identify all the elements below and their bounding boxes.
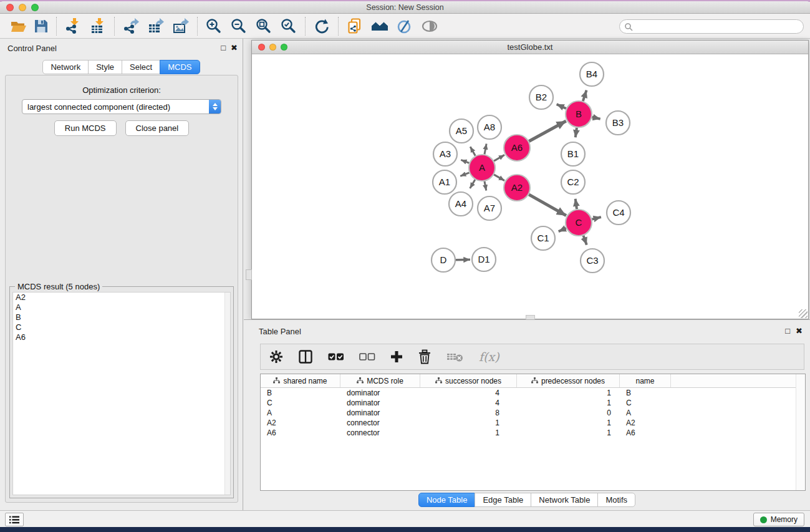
column-header-MCDS-role[interactable]: MCDS role — [340, 374, 420, 387]
mcds-result-list[interactable]: A2ABCA6 — [12, 292, 231, 495]
graph-node-A2[interactable]: A2 — [504, 175, 530, 201]
cell-successor-nodes[interactable]: 1 — [420, 428, 517, 437]
function-builder-icon[interactable]: f(x) — [479, 349, 499, 365]
annotation-mode-icon[interactable] — [392, 16, 417, 36]
column-header-shared-name[interactable]: shared name — [261, 374, 340, 387]
show-graphics-details-icon[interactable] — [417, 16, 442, 36]
export-network-icon[interactable] — [118, 16, 143, 36]
close-panel-icon[interactable]: ✖ — [231, 43, 238, 52]
cell-shared-name[interactable]: A6 — [261, 428, 340, 437]
column-header-predecessor-nodes[interactable]: predecessor nodes — [517, 374, 620, 387]
refresh-layout-icon[interactable] — [309, 16, 334, 36]
graph-edge-C-C1[interactable] — [559, 228, 566, 231]
window-resize-grip[interactable] — [799, 309, 808, 318]
tab-style[interactable]: Style — [88, 60, 122, 74]
graph-edge-A-A3[interactable] — [461, 160, 469, 163]
export-image-icon[interactable] — [168, 16, 193, 36]
delete-table-icon[interactable] — [446, 349, 464, 365]
mcds-result-item[interactable]: C — [13, 322, 230, 332]
import-table-icon[interactable] — [85, 16, 110, 36]
graph-node-C[interactable]: C — [566, 210, 592, 236]
graph-edge-A-A5[interactable] — [470, 147, 475, 155]
graph-node-C1[interactable]: C1 — [531, 226, 555, 250]
cell-successor-nodes[interactable]: 8 — [420, 409, 517, 417]
graph-edge-C-C4[interactable] — [592, 217, 601, 220]
criterion-dropdown[interactable]: largest connected component (directed) — [22, 99, 221, 114]
mcds-result-item[interactable]: A2 — [13, 293, 230, 302]
import-network-icon[interactable] — [60, 16, 85, 36]
task-history-button[interactable] — [5, 513, 24, 526]
close-panel-button[interactable]: Close panel — [125, 120, 190, 136]
cell-MCDS-role[interactable]: connector — [340, 428, 420, 437]
graph-edge-B-B4[interactable] — [583, 90, 587, 101]
select-all-columns-icon[interactable] — [328, 349, 344, 365]
zoom-in-icon[interactable] — [201, 16, 226, 36]
network-window-titlebar[interactable]: testGlobe.txt — [252, 41, 808, 54]
cell-name[interactable]: C — [620, 399, 671, 407]
cell-MCDS-role[interactable]: connector — [340, 418, 420, 427]
cell-predecessor-nodes[interactable]: 1 — [517, 399, 620, 407]
graph-edge-A-A4[interactable] — [470, 180, 475, 188]
tab-node-table[interactable]: Node Table — [418, 493, 476, 507]
column-header-name[interactable]: name — [620, 374, 671, 387]
open-session-icon[interactable] — [7, 16, 30, 36]
cell-name[interactable]: A6 — [620, 428, 671, 437]
graph-node-C2[interactable]: C2 — [561, 170, 585, 194]
cell-predecessor-nodes[interactable]: 1 — [517, 389, 620, 397]
graph-node-C3[interactable]: C3 — [581, 249, 604, 273]
cell-name[interactable]: A2 — [620, 418, 671, 427]
vertical-splitter-handle[interactable] — [246, 269, 252, 280]
result-list-scrollbar[interactable] — [224, 293, 230, 495]
graph-node-B1[interactable]: B1 — [561, 142, 585, 166]
zoom-fit-icon[interactable] — [251, 16, 276, 36]
tab-motifs[interactable]: Motifs — [597, 493, 635, 507]
table-row[interactable]: Bdominator41B — [261, 388, 805, 398]
cell-shared-name[interactable]: C — [261, 399, 340, 407]
save-session-icon[interactable] — [30, 16, 52, 36]
mcds-result-item[interactable]: A — [13, 302, 230, 312]
tab-network[interactable]: Network — [42, 60, 89, 74]
tab-select[interactable]: Select — [122, 60, 160, 74]
graph-edge-A-A6[interactable] — [494, 155, 504, 161]
graph-edge-A-A8[interactable] — [485, 144, 486, 155]
cell-shared-name[interactable]: A2 — [261, 418, 340, 427]
table-settings-gear-icon[interactable] — [269, 349, 283, 365]
cell-predecessor-nodes[interactable]: 1 — [517, 418, 620, 427]
column-header-successor-nodes[interactable]: successor nodes — [420, 374, 517, 387]
tab-network-table[interactable]: Network Table — [531, 493, 598, 507]
graph-node-A3[interactable]: A3 — [433, 142, 457, 166]
zoom-selected-icon[interactable] — [276, 16, 301, 36]
graph-node-A5[interactable]: A5 — [450, 119, 473, 143]
table-row[interactable]: Cdominator41C — [261, 398, 805, 408]
graph-node-A4[interactable]: A4 — [449, 192, 473, 216]
graph-node-D1[interactable]: D1 — [472, 248, 496, 271]
search-input[interactable] — [633, 22, 803, 31]
cell-successor-nodes[interactable]: 1 — [420, 418, 517, 427]
cell-predecessor-nodes[interactable]: 1 — [517, 428, 620, 437]
network-view-window[interactable]: testGlobe.txt AA1A2A3A4A5A6A7A8BB1B2B3B4… — [251, 40, 809, 319]
graph-node-A1[interactable]: A1 — [433, 170, 456, 194]
cell-name[interactable]: B — [620, 389, 671, 397]
close-table-panel-icon[interactable]: ✖ — [796, 326, 803, 336]
table-row[interactable]: A2connector11A2 — [261, 418, 805, 428]
cell-MCDS-role[interactable]: dominator — [340, 399, 420, 407]
create-column-icon[interactable] — [390, 349, 403, 365]
graph-edge-A-A1[interactable] — [460, 173, 469, 176]
graph-edge-A2-C[interactable] — [529, 195, 566, 216]
float-table-panel-icon[interactable]: □ — [785, 326, 790, 336]
graph-edge-A-A2[interactable] — [494, 175, 504, 181]
graph-node-B4[interactable]: B4 — [580, 62, 604, 86]
cell-successor-nodes[interactable]: 4 — [420, 399, 517, 407]
graph-node-D[interactable]: D — [432, 248, 455, 272]
tab-mcds[interactable]: MCDS — [160, 60, 200, 74]
graph-node-A[interactable]: A — [469, 155, 495, 181]
graph-node-B2[interactable]: B2 — [529, 85, 553, 109]
graph-edge-B-B3[interactable] — [592, 117, 600, 119]
titlebar[interactable]: Session: New Session — [0, 1, 810, 14]
table-row[interactable]: A6connector11A6 — [261, 428, 805, 438]
graph-node-A7[interactable]: A7 — [478, 196, 501, 220]
graph-edge-B-B1[interactable] — [576, 128, 577, 137]
cell-shared-name[interactable]: A — [261, 409, 340, 417]
cell-name[interactable]: A — [620, 409, 671, 417]
graph-edge-A-A7[interactable] — [485, 181, 486, 191]
